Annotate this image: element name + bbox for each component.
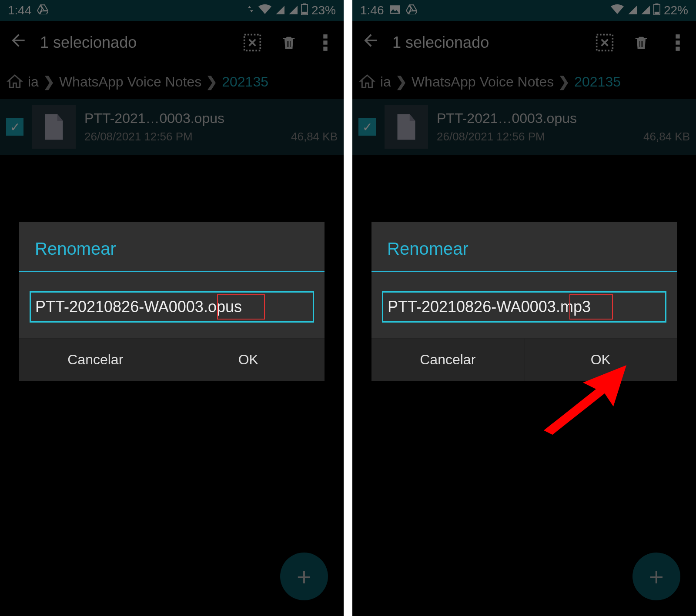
file-thumb xyxy=(32,105,76,149)
dialog-title: Renomear xyxy=(19,222,325,271)
breadcrumb[interactable]: ia ❯ WhatsApp Voice Notes ❯ 202135 xyxy=(352,64,696,99)
dialog-divider xyxy=(19,271,325,272)
ok-button[interactable]: OK xyxy=(172,339,325,381)
images-app-icon xyxy=(389,3,401,17)
fab-add[interactable]: + xyxy=(632,553,680,600)
more-button[interactable] xyxy=(316,33,335,52)
delete-button[interactable] xyxy=(632,33,651,52)
deselect-button[interactable] xyxy=(595,33,614,52)
svg-rect-13 xyxy=(676,40,679,44)
file-thumb xyxy=(385,105,428,149)
breadcrumb[interactable]: ia ❯ WhatsApp Voice Notes ❯ 202135 xyxy=(0,64,344,99)
selection-count: 1 selecionado xyxy=(392,33,583,52)
ok-button[interactable]: OK xyxy=(525,339,677,381)
phone-right: 1:46 22% 1 selecionado xyxy=(352,0,696,616)
signal-icon-2 xyxy=(288,3,298,17)
breadcrumb-seg[interactable]: ia xyxy=(380,74,391,90)
filename-input[interactable] xyxy=(34,295,309,319)
svg-rect-5 xyxy=(323,40,327,44)
app-bar: 1 selecionado xyxy=(352,21,696,64)
file-row[interactable]: ✓ PTT-2021…0003.opus 26/08/2021 12:56 PM… xyxy=(0,99,344,155)
svg-rect-10 xyxy=(655,11,659,13)
breadcrumb-current[interactable]: 202135 xyxy=(222,74,268,90)
rename-dialog: Renomear Cancelar OK xyxy=(19,222,325,381)
status-time: 1:46 xyxy=(360,3,384,17)
file-checkbox[interactable]: ✓ xyxy=(358,118,376,136)
signal-icon-2 xyxy=(640,3,650,17)
svg-rect-12 xyxy=(676,34,679,38)
battery-percent: 22% xyxy=(664,3,688,17)
svg-rect-4 xyxy=(323,34,327,38)
phone-left: 1:44 23% 1 selecionado xyxy=(0,0,344,616)
breadcrumb-current[interactable]: 202135 xyxy=(574,74,621,90)
svg-rect-6 xyxy=(323,47,327,50)
signal-icon-1 xyxy=(627,3,637,17)
cancel-button[interactable]: Cancelar xyxy=(19,339,172,381)
breadcrumb-seg[interactable]: WhatsApp Voice Notes xyxy=(412,74,554,90)
svg-rect-14 xyxy=(676,47,679,50)
chevron-icon: ❯ xyxy=(43,73,55,90)
file-size: 46,84 KB xyxy=(291,130,338,143)
status-time: 1:44 xyxy=(8,3,32,17)
breadcrumb-seg[interactable]: ia xyxy=(28,74,39,90)
breadcrumb-seg[interactable]: WhatsApp Voice Notes xyxy=(59,74,201,90)
home-icon[interactable] xyxy=(6,73,23,90)
file-size: 46,84 KB xyxy=(643,130,690,143)
dialog-title: Renomear xyxy=(371,222,677,271)
status-bar: 1:46 22% xyxy=(352,0,696,21)
battery-percent: 23% xyxy=(311,3,336,17)
selection-count: 1 selecionado xyxy=(40,33,231,52)
delete-button[interactable] xyxy=(279,33,298,52)
file-checkbox[interactable]: ✓ xyxy=(6,118,23,136)
filename-input-wrap xyxy=(382,291,666,323)
battery-icon xyxy=(653,3,660,18)
svg-rect-2 xyxy=(302,11,307,13)
drive-icon xyxy=(37,3,48,17)
wifi-icon xyxy=(611,3,624,17)
fab-add[interactable]: + xyxy=(280,553,328,600)
file-name: PTT-2021…0003.opus xyxy=(84,110,338,127)
back-button[interactable] xyxy=(361,31,380,54)
chevron-icon: ❯ xyxy=(395,73,407,90)
battery-icon xyxy=(301,3,308,18)
file-date: 26/08/2021 12:56 PM xyxy=(437,130,545,143)
home-icon[interactable] xyxy=(358,73,376,90)
dialog-divider xyxy=(371,271,677,272)
chevron-icon: ❯ xyxy=(206,73,218,90)
file-date: 26/08/2021 12:56 PM xyxy=(84,130,193,143)
wifi-icon xyxy=(258,3,271,17)
deselect-button[interactable] xyxy=(243,33,262,52)
filename-input-wrap xyxy=(30,291,314,323)
filename-input[interactable] xyxy=(387,295,662,319)
drive-icon xyxy=(406,3,417,17)
rename-dialog: Renomear Cancelar OK xyxy=(371,222,677,381)
cancel-button[interactable]: Cancelar xyxy=(371,339,525,381)
chevron-icon: ❯ xyxy=(558,73,570,90)
updown-icon xyxy=(246,3,255,17)
signal-icon-1 xyxy=(275,3,284,17)
file-name: PTT-2021…0003.opus xyxy=(437,110,690,127)
back-button[interactable] xyxy=(9,31,28,54)
status-bar: 1:44 23% xyxy=(0,0,344,21)
file-row[interactable]: ✓ PTT-2021…0003.opus 26/08/2021 12:56 PM… xyxy=(352,99,696,155)
more-button[interactable] xyxy=(668,33,687,52)
app-bar: 1 selecionado xyxy=(0,21,344,64)
